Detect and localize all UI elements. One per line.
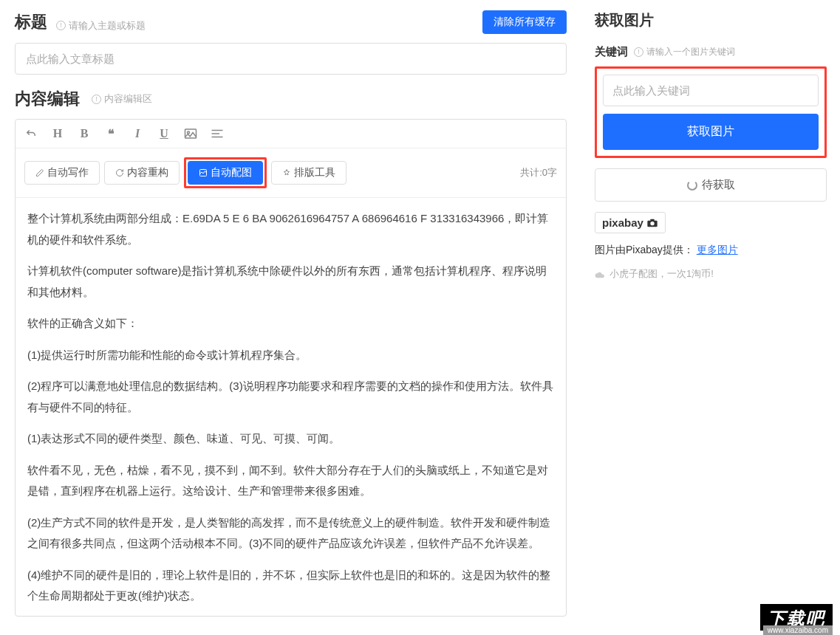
keyword-input[interactable]	[603, 75, 819, 106]
svg-point-1	[188, 131, 190, 134]
sidebar: 获取图片 关键词 ! 请输入一个图片关键词 获取图片 待获取 pixabay 图…	[581, 0, 840, 635]
info-icon: !	[634, 47, 643, 57]
heading-icon[interactable]: H	[51, 127, 64, 140]
bold-icon[interactable]: B	[78, 127, 91, 140]
word-count: 共计:0字	[520, 166, 557, 179]
paragraph: (1)表达形式不同的硬件类型、颜色、味道、可见、可摸、可闻。	[27, 428, 554, 450]
pixabay-badge: pixabay	[595, 212, 666, 233]
keyword-label: 关键词	[595, 45, 628, 59]
keyword-label-row: 关键词 ! 请输入一个图片关键词	[595, 45, 827, 59]
spinner-icon	[687, 180, 697, 190]
paragraph: 软件看不见，无色，枯燥，看不见，摸不到，闻不到。软件大部分存在于人们的头脑或纸上…	[27, 460, 554, 502]
main-panel: 标题 ! 请输入主题或标题 清除所有缓存 内容编辑 ! 内容编辑区 H	[0, 0, 581, 635]
undo-icon[interactable]	[24, 127, 38, 140]
keyword-highlight-box: 获取图片	[595, 66, 827, 158]
auto-image-button[interactable]: 自动配图	[188, 161, 263, 185]
clear-cache-button[interactable]: 清除所有缓存	[482, 10, 567, 34]
content-edit-header: 内容编辑 ! 内容编辑区	[15, 88, 567, 110]
sidebar-title: 获取图片	[595, 10, 827, 30]
title-label: 标题	[15, 13, 47, 31]
svg-rect-7	[650, 219, 654, 221]
auto-write-button[interactable]: 自动写作	[24, 161, 100, 185]
paragraph: 软件的正确含义如下：	[27, 313, 554, 334]
action-toolbar: 自动写作 内容重构 自动配图 排版工具 共计:0字	[16, 148, 566, 198]
paragraph: (2)生产方式不同的软件是开发，是人类智能的高发挥，而不是传统意义上的硬件制造。…	[27, 512, 554, 555]
align-icon[interactable]	[211, 127, 224, 140]
quote-icon[interactable]: ❝	[104, 127, 117, 140]
editor: H B ❝ I U 自动写作 内容重构	[15, 119, 567, 617]
title-input[interactable]	[15, 43, 567, 75]
paragraph: 整个计算机系统由两部分组成：E.69DA 5 E 6 BA 9062616964…	[27, 208, 554, 250]
editor-content[interactable]: 整个计算机系统由两部分组成：E.69DA 5 E 6 BA 9062616964…	[16, 198, 566, 616]
image-icon[interactable]	[184, 127, 197, 140]
fetch-image-button[interactable]: 获取图片	[603, 114, 819, 150]
title-header: 标题 ! 请输入主题或标题 清除所有缓存	[15, 10, 567, 34]
image-source-line: 图片由Pixabay提供： 更多图片	[595, 244, 827, 257]
layout-tool-button[interactable]: 排版工具	[271, 161, 346, 185]
editor-toolbar: H B ❝ I U	[16, 120, 566, 148]
title-hint: ! 请输入主题或标题	[56, 19, 146, 32]
restructure-button[interactable]: 内容重构	[104, 161, 180, 185]
content-edit-hint: ! 内容编辑区	[92, 92, 152, 106]
pending-status: 待获取	[595, 168, 827, 202]
underline-icon[interactable]: U	[157, 127, 171, 140]
paragraph: (4)维护不同的硬件是旧的，理论上软件是旧的，并不坏，但实际上软件也是旧的和坏的…	[27, 565, 554, 607]
watermark-url: www.xiazaiba.com	[763, 625, 833, 635]
paragraph: (2)程序可以满意地处理信息的数据结构。(3)说明程序功能要求和程序需要的文档的…	[27, 376, 554, 418]
content-edit-label: 内容编辑	[15, 88, 80, 110]
sidebar-footer: 小虎子配图，一次1淘币!	[595, 267, 827, 281]
camera-icon	[646, 219, 658, 227]
paragraph: (1)提供运行时所需功能和性能的命令或计算机程序集合。	[27, 345, 554, 366]
cloud-icon	[595, 270, 605, 278]
auto-image-highlight: 自动配图	[184, 157, 267, 188]
paragraph: 计算机软件(computer software)是指计算机系统中除硬件以外的所有…	[27, 261, 554, 303]
keyword-hint: ! 请输入一个图片关键词	[634, 46, 735, 58]
svg-point-8	[650, 222, 654, 225]
more-images-link[interactable]: 更多图片	[697, 244, 738, 255]
info-icon: !	[92, 95, 101, 104]
info-icon: !	[56, 21, 66, 30]
italic-icon[interactable]: I	[131, 127, 144, 140]
svg-rect-0	[185, 129, 197, 138]
